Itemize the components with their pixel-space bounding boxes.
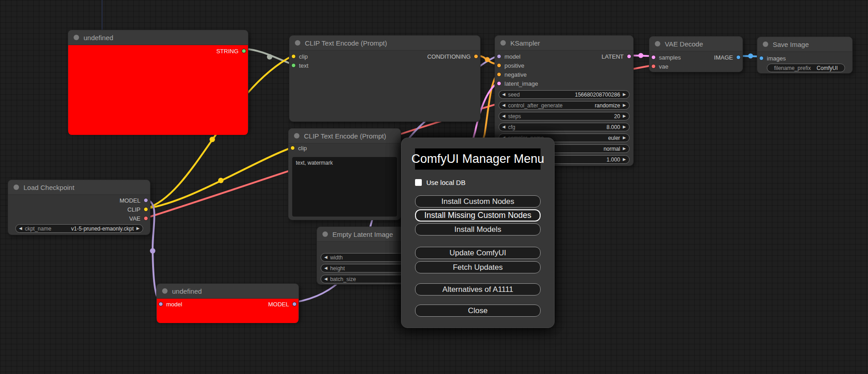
decrement-arrow-icon[interactable]: ◀ <box>19 226 22 231</box>
update-comfyui-button[interactable]: Update ComfyUI <box>415 247 541 259</box>
decrement-arrow-icon[interactable]: ◀ <box>502 92 505 97</box>
increment-arrow-icon[interactable]: ▶ <box>623 92 626 97</box>
node-title-bar[interactable]: KSampler <box>495 36 633 51</box>
input-port-model[interactable] <box>497 54 501 59</box>
decrement-arrow-icon[interactable]: ◀ <box>502 114 505 118</box>
node-clip-text-encode-2[interactable]: CLIP Text Encode (Prompt) clip text, wat… <box>288 128 401 220</box>
widget-seed[interactable]: ◀ seed 156680208700286 ▶ <box>499 90 630 99</box>
output-port-image[interactable] <box>736 55 741 60</box>
node-title-bar[interactable]: Load Checkpoint <box>8 180 150 195</box>
missing-node-body: model MODEL <box>157 299 299 323</box>
install-missing-custom-nodes-button[interactable]: Install Missing Custom Nodes <box>415 209 541 222</box>
widget-control-after-generate[interactable]: ◀ control_after_generate randomize ▶ <box>499 101 630 110</box>
widget-value[interactable]: ComfyUI <box>817 65 838 71</box>
increment-arrow-icon[interactable]: ▶ <box>623 125 626 129</box>
increment-arrow-icon[interactable]: ▶ <box>136 226 140 231</box>
close-button[interactable]: Close <box>415 305 541 317</box>
input-port-vae[interactable] <box>651 64 656 69</box>
output-port-model[interactable] <box>292 302 297 306</box>
use-local-db-row[interactable]: Use local DB <box>415 179 466 186</box>
input-label-model: model <box>504 53 520 60</box>
widget-value[interactable]: v1-5-pruned-emaonly.ckpt <box>71 226 134 232</box>
input-port-images[interactable] <box>759 56 764 60</box>
wire-midpoint-dot <box>748 54 753 59</box>
decrement-arrow-icon[interactable]: ◀ <box>502 125 505 129</box>
use-local-db-checkbox[interactable] <box>415 179 422 186</box>
install-models-button[interactable]: Install Models <box>415 223 541 235</box>
output-port-clip[interactable] <box>144 207 148 212</box>
collapse-dot-icon[interactable] <box>500 40 506 46</box>
increment-arrow-icon[interactable]: ▶ <box>623 114 626 118</box>
collapse-dot-icon[interactable] <box>763 42 768 47</box>
output-port-string[interactable] <box>242 49 246 53</box>
collapse-dot-icon[interactable] <box>322 231 328 237</box>
widget-value[interactable]: 20 <box>614 113 620 120</box>
output-port-model[interactable] <box>144 198 148 203</box>
node-undefined-top[interactable]: undefined STRING <box>68 30 248 133</box>
missing-node-body: STRING <box>68 45 248 135</box>
node-title-bar[interactable]: Save Image <box>757 37 852 52</box>
prompt-textarea[interactable]: text, watermark <box>292 157 397 217</box>
collapse-dot-icon[interactable] <box>74 35 79 40</box>
node-title-bar[interactable]: undefined <box>68 30 248 45</box>
input-port-samples[interactable] <box>651 55 656 60</box>
collapse-dot-icon[interactable] <box>14 185 19 190</box>
input-label-vae: vae <box>659 63 668 70</box>
node-vae-decode[interactable]: VAE Decode samples IMAGE vae <box>649 36 743 72</box>
collapse-dot-icon[interactable] <box>162 288 168 294</box>
dialog-title: ComfyUI Manager Menu <box>415 148 541 170</box>
widget-value[interactable]: 156680208700286 <box>575 92 620 98</box>
widget-filename-prefix[interactable]: filename_prefix ComfyUI <box>767 64 845 72</box>
decrement-arrow-icon[interactable]: ◀ <box>324 277 327 281</box>
widget-cfg[interactable]: ◀ cfg 8.000 ▶ <box>499 123 630 131</box>
input-label-model: model <box>166 301 182 308</box>
increment-arrow-icon[interactable]: ▶ <box>623 157 626 162</box>
decrement-arrow-icon[interactable]: ◀ <box>324 255 327 259</box>
decrement-arrow-icon[interactable]: ◀ <box>502 103 505 107</box>
collapse-dot-icon[interactable] <box>655 41 660 46</box>
collapse-dot-icon[interactable] <box>295 40 300 46</box>
use-local-db-label: Use local DB <box>426 179 466 186</box>
node-graph-canvas[interactable]: undefined STRING CLIP Text Encode (Promp… <box>0 0 868 374</box>
node-title-bar[interactable]: undefined <box>157 284 299 299</box>
node-load-checkpoint[interactable]: Load Checkpoint MODEL CLIP VAE ◀ ckpt_na… <box>8 180 150 235</box>
input-port-positive[interactable] <box>497 63 501 68</box>
decrement-arrow-icon[interactable]: ◀ <box>324 266 327 270</box>
output-port-conditioning[interactable] <box>474 54 478 59</box>
output-port-vae[interactable] <box>144 216 148 221</box>
node-title-bar[interactable]: CLIP Text Encode (Prompt) <box>289 129 401 143</box>
collapse-dot-icon[interactable] <box>294 133 299 139</box>
input-port-model[interactable] <box>159 302 163 306</box>
input-port-latent-image[interactable] <box>497 81 501 86</box>
wire-midpoint-dot <box>218 178 224 183</box>
widget-value[interactable]: 1.000 <box>607 157 620 163</box>
node-title-bar[interactable]: VAE Decode <box>649 37 742 51</box>
output-port-latent[interactable] <box>627 54 631 59</box>
increment-arrow-icon[interactable]: ▶ <box>623 136 626 140</box>
widget-ckpt-name[interactable]: ◀ ckpt_name v1-5-pruned-emaonly.ckpt ▶ <box>15 224 143 233</box>
input-port-clip[interactable] <box>290 146 295 150</box>
widget-steps[interactable]: ◀ steps 20 ▶ <box>499 112 630 120</box>
node-title-bar[interactable]: CLIP Text Encode (Prompt) <box>289 36 480 51</box>
input-port-text[interactable] <box>291 63 296 68</box>
node-undefined-bottom[interactable]: undefined model MODEL <box>156 283 299 322</box>
widget-value[interactable]: randomize <box>595 102 620 109</box>
widget-value[interactable]: normal <box>603 146 620 152</box>
widget-label: seed <box>508 92 520 98</box>
node-title: Save Image <box>773 41 809 48</box>
node-save-image[interactable]: Save Image images filename_prefix ComfyU… <box>757 37 853 74</box>
widget-value[interactable]: euler <box>608 135 620 141</box>
comfyui-manager-menu-dialog: ComfyUI Manager Menu Use local DB Instal… <box>401 138 555 328</box>
node-title: VAE Decode <box>665 40 703 48</box>
node-clip-text-encode-1[interactable]: CLIP Text Encode (Prompt) clip CONDITION… <box>289 35 481 122</box>
install-custom-nodes-button[interactable]: Install Custom Nodes <box>415 195 541 208</box>
alternatives-of-a1111-button[interactable]: Alternatives of A1111 <box>415 283 541 296</box>
increment-arrow-icon[interactable]: ▶ <box>623 147 626 151</box>
increment-arrow-icon[interactable]: ▶ <box>623 103 626 107</box>
output-label-vae: VAE <box>129 215 140 222</box>
widget-value[interactable]: 8.000 <box>607 124 620 130</box>
input-label-clip: clip <box>298 145 307 152</box>
fetch-updates-button[interactable]: Fetch Updates <box>415 261 541 273</box>
input-port-clip[interactable] <box>291 54 296 59</box>
input-port-negative[interactable] <box>497 72 501 77</box>
